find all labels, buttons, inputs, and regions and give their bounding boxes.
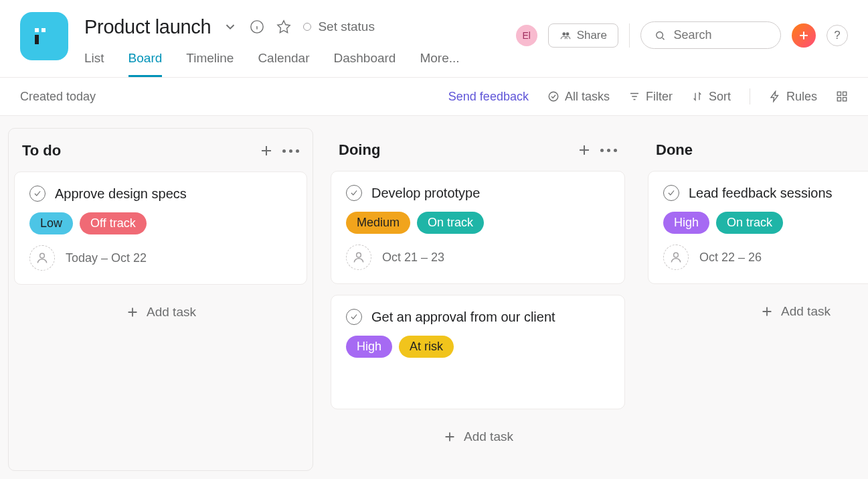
- svg-point-4: [562, 32, 566, 36]
- card-date: Today – Oct 22: [66, 251, 147, 265]
- tag[interactable]: High: [663, 212, 709, 234]
- separator: [629, 23, 630, 48]
- add-task-button[interactable]: Add task: [14, 295, 307, 329]
- tag[interactable]: On track: [417, 212, 484, 234]
- tag[interactable]: Off track: [80, 212, 147, 234]
- project-logo[interactable]: [20, 12, 68, 60]
- status-dot-icon: [303, 23, 311, 31]
- plus-icon: [797, 29, 810, 42]
- toolbar: Created today Send feedback All tasks Fi…: [0, 78, 868, 116]
- svg-point-7: [549, 92, 558, 101]
- card-date: Oct 21 – 23: [382, 251, 444, 265]
- add-card-icon[interactable]: [258, 143, 274, 159]
- app-header: Product launch Set status ListBoardTimel…: [0, 0, 868, 78]
- filter-icon: [628, 90, 640, 102]
- complete-toggle[interactable]: [29, 186, 46, 202]
- card-title: Develop prototype: [371, 186, 480, 201]
- column-doing: Doing Develop prototype MediumOn track O…: [325, 128, 630, 471]
- assignee-placeholder[interactable]: [663, 245, 689, 270]
- tab-more[interactable]: More...: [420, 51, 459, 77]
- check-circle-icon: [547, 90, 559, 102]
- card-tags: HighAt risk: [346, 336, 610, 358]
- column-header: Doing: [331, 128, 625, 171]
- assignee-placeholder[interactable]: [346, 245, 371, 270]
- tag[interactable]: At risk: [399, 336, 454, 358]
- tab-calendar[interactable]: Calendar: [258, 51, 309, 77]
- svg-rect-2: [35, 35, 39, 44]
- svg-point-14: [674, 253, 679, 257]
- share-button[interactable]: Share: [548, 23, 618, 48]
- column-done: Done Lead feedback sessions HighOn track…: [642, 128, 868, 471]
- column-header: To do: [14, 129, 307, 172]
- tag[interactable]: High: [346, 336, 392, 358]
- column-header: Done: [648, 128, 868, 171]
- sort-button[interactable]: Sort: [691, 90, 731, 104]
- all-tasks-button[interactable]: All tasks: [547, 90, 610, 104]
- set-status-label: Set status: [318, 19, 375, 34]
- card-meta: Oct 21 – 23: [346, 245, 610, 270]
- help-button[interactable]: ?: [827, 25, 848, 46]
- task-card[interactable]: Get an approval from our client HighAt r…: [331, 295, 625, 409]
- card-title: Approve design specs: [55, 186, 187, 202]
- add-button[interactable]: [792, 23, 816, 48]
- task-card[interactable]: Lead feedback sessions HighOn track Oct …: [648, 171, 868, 284]
- search-icon: [655, 29, 666, 42]
- send-feedback-link[interactable]: Send feedback: [448, 90, 529, 104]
- svg-point-6: [657, 31, 663, 38]
- search-input[interactable]: [640, 21, 781, 49]
- star-icon[interactable]: [276, 19, 291, 34]
- set-status-button[interactable]: Set status: [303, 19, 375, 34]
- rules-button[interactable]: Rules: [769, 90, 817, 104]
- column-title[interactable]: To do: [22, 142, 250, 159]
- grid-icon: [836, 90, 848, 102]
- svg-rect-10: [837, 98, 841, 101]
- column-menu-icon[interactable]: [600, 149, 617, 152]
- svg-point-5: [566, 32, 569, 36]
- svg-rect-1: [41, 28, 46, 32]
- complete-toggle[interactable]: [346, 309, 362, 325]
- complete-toggle[interactable]: [663, 185, 679, 201]
- column-title[interactable]: Doing: [339, 141, 568, 159]
- card-meta: Today – Oct 22: [29, 245, 292, 271]
- tab-dashboard[interactable]: Dashboard: [333, 51, 396, 77]
- task-card[interactable]: Approve design specs LowOff track Today …: [14, 172, 307, 285]
- view-tabs: ListBoardTimelineCalendarDashboardMore..…: [84, 51, 500, 77]
- tag[interactable]: Low: [29, 212, 73, 234]
- avatar[interactable]: El: [516, 25, 537, 46]
- separator: [750, 88, 750, 105]
- card-title: Get an approval from our client: [371, 310, 555, 325]
- tab-board[interactable]: Board: [128, 51, 163, 77]
- card-title: Lead feedback sessions: [689, 186, 833, 201]
- tag[interactable]: Medium: [346, 212, 410, 234]
- assignee-placeholder[interactable]: [29, 245, 55, 271]
- svg-rect-9: [843, 92, 847, 95]
- svg-rect-11: [843, 98, 847, 101]
- sort-icon: [691, 90, 703, 102]
- add-card-icon[interactable]: [576, 142, 592, 158]
- task-card[interactable]: Develop prototype MediumOn track Oct 21 …: [331, 171, 625, 284]
- add-task-button[interactable]: Add task: [648, 295, 868, 328]
- tab-list[interactable]: List: [84, 51, 104, 77]
- board: To do Approve design specs LowOff track …: [0, 116, 868, 479]
- tag[interactable]: On track: [716, 212, 783, 234]
- card-tags: HighOn track: [663, 212, 868, 234]
- share-label: Share: [577, 29, 607, 42]
- column-title[interactable]: Done: [656, 141, 868, 159]
- created-label: Created today: [20, 90, 430, 104]
- customize-button[interactable]: [836, 90, 848, 102]
- chevron-down-icon[interactable]: [223, 19, 238, 34]
- card-meta: Oct 22 – 26: [663, 245, 868, 270]
- search-field[interactable]: [674, 28, 767, 42]
- filter-button[interactable]: Filter: [628, 90, 673, 104]
- info-icon[interactable]: [250, 19, 264, 34]
- svg-rect-8: [837, 92, 841, 95]
- add-task-button[interactable]: Add task: [331, 420, 625, 454]
- lightning-icon: [769, 90, 781, 102]
- column-to-do: To do Approve design specs LowOff track …: [8, 128, 313, 471]
- tab-timeline[interactable]: Timeline: [186, 51, 234, 77]
- complete-toggle[interactable]: [346, 185, 362, 201]
- svg-point-12: [40, 253, 45, 258]
- project-title[interactable]: Product launch: [84, 16, 211, 38]
- column-menu-icon[interactable]: [282, 149, 299, 153]
- card-tags: LowOff track: [29, 212, 292, 234]
